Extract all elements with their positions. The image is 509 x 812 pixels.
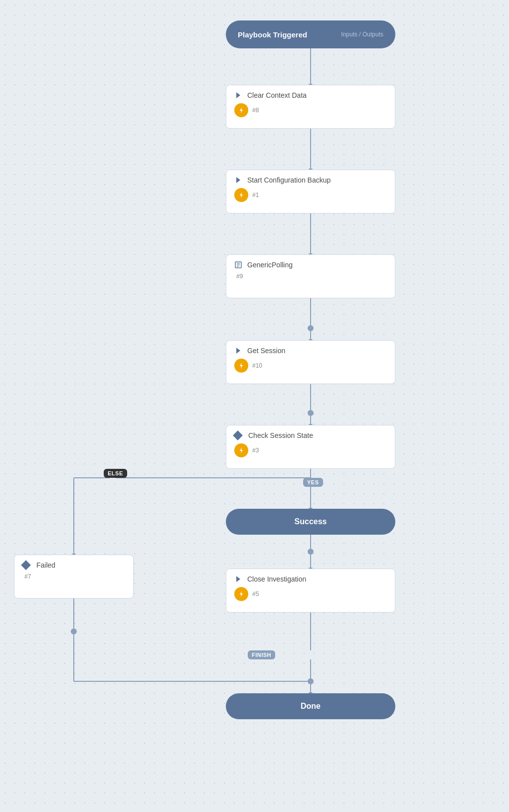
lightning-icon <box>234 587 248 601</box>
generic-polling-num: #9 <box>236 273 243 280</box>
svg-marker-36 <box>240 107 243 113</box>
chevron-icon <box>234 91 242 99</box>
svg-marker-46 <box>236 576 240 582</box>
svg-point-23 <box>308 549 314 555</box>
done-label: Done <box>301 702 321 711</box>
check-session-state-node[interactable]: Check Session State #3 <box>226 425 395 469</box>
svg-marker-38 <box>240 192 243 198</box>
svg-marker-37 <box>236 177 240 183</box>
clear-context-num: #8 <box>252 107 259 114</box>
get-session-title: Get Session <box>247 347 285 355</box>
generic-polling-title: GenericPolling <box>247 261 293 269</box>
svg-marker-44 <box>240 363 243 369</box>
failed-num: #7 <box>24 573 31 580</box>
clear-context-data-node[interactable]: Clear Context Data #8 <box>226 85 395 129</box>
chevron-icon <box>234 575 242 583</box>
svg-point-11 <box>308 410 314 416</box>
book-icon <box>234 261 242 269</box>
lightning-icon <box>234 188 248 202</box>
playbook-triggered-label: Playbook Triggered <box>238 30 307 39</box>
generic-polling-node[interactable]: GenericPolling #9 <box>226 254 395 298</box>
close-investigation-num: #5 <box>252 591 259 598</box>
svg-point-7 <box>308 325 314 331</box>
lightning-icon <box>234 443 248 457</box>
svg-marker-45 <box>240 447 243 453</box>
diamond-icon <box>233 430 243 440</box>
svg-marker-47 <box>240 591 243 597</box>
get-session-num: #10 <box>252 362 262 369</box>
start-backup-num: #1 <box>252 192 259 199</box>
done-node[interactable]: Done <box>226 693 395 719</box>
start-config-backup-node[interactable]: Start Configuration Backup #1 <box>226 170 395 213</box>
svg-marker-35 <box>236 92 240 98</box>
svg-point-32 <box>71 628 77 634</box>
start-backup-title: Start Configuration Backup <box>247 176 331 184</box>
svg-marker-43 <box>236 348 240 354</box>
success-label: Success <box>295 517 327 526</box>
get-session-node[interactable]: Get Session #10 <box>226 340 395 384</box>
else-badge: ELSE <box>104 469 127 478</box>
check-session-title: Check Session State <box>248 431 313 439</box>
playbook-triggered-node[interactable]: Playbook Triggered Inputs / Outputs <box>226 20 395 48</box>
failed-title: Failed <box>36 561 55 569</box>
clear-context-title: Clear Context Data <box>247 91 307 99</box>
lightning-icon <box>234 103 248 117</box>
check-session-num: #3 <box>252 447 259 454</box>
svg-point-28 <box>308 678 314 684</box>
failed-node[interactable]: Failed #7 <box>14 555 134 599</box>
finish-badge: FINISH <box>248 650 275 659</box>
diamond-icon <box>21 560 31 570</box>
chevron-icon <box>234 347 242 355</box>
inputs-outputs-link[interactable]: Inputs / Outputs <box>341 31 383 38</box>
yes-badge: YES <box>303 478 323 487</box>
close-investigation-node[interactable]: Close Investigation #5 <box>226 569 395 612</box>
success-node[interactable]: Success <box>226 509 395 535</box>
flow-canvas: Playbook Triggered Inputs / Outputs Clea… <box>0 0 509 812</box>
close-investigation-title: Close Investigation <box>247 575 306 583</box>
lightning-icon <box>234 359 248 373</box>
chevron-icon <box>234 176 242 184</box>
